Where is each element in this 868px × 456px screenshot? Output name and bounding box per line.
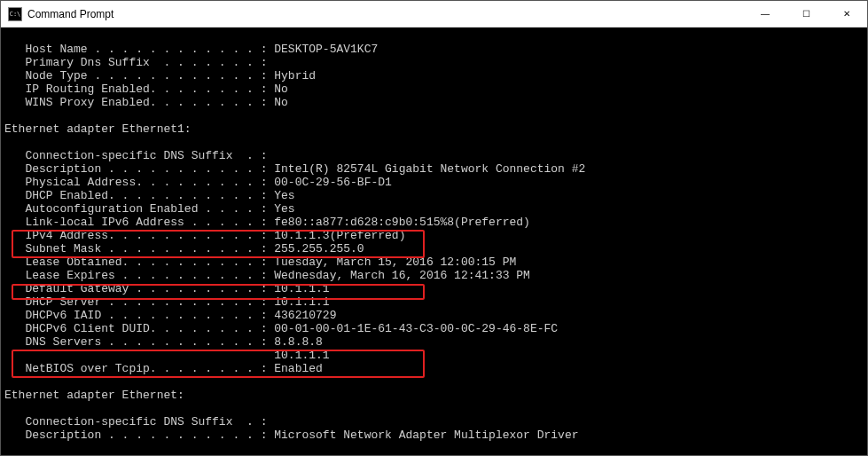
- netbios-label: NetBIOS over Tcpip. . . . . . . . :: [4, 362, 274, 375]
- autoconf-value: Yes: [274, 202, 294, 216]
- adapter2-header: Ethernet adapter Ethernet:: [4, 389, 184, 402]
- description-value: Intel(R) 82574L Gigabit Network Connecti…: [274, 162, 585, 176]
- host-name-label: Host Name . . . . . . . . . . . . :: [4, 43, 274, 56]
- command-prompt-window: C:\ Command Prompt — ☐ ✕ Host Name . . .…: [0, 0, 868, 456]
- dhcp-enabled-label: DHCP Enabled. . . . . . . . . . . :: [4, 189, 274, 202]
- dhcp-enabled-value: Yes: [274, 189, 294, 202]
- linklocal-label: Link-local IPv6 Address . . . . . :: [4, 216, 274, 229]
- wins-proxy-value: No: [274, 96, 288, 109]
- ipv4-value: 10.1.1.3(Preferred): [274, 229, 405, 242]
- dhcp-server-value: 10.1.1.1: [274, 295, 329, 309]
- wins-proxy-label: WINS Proxy Enabled. . . . . . . . :: [4, 96, 274, 109]
- gateway-value: 10.1.1.1: [274, 282, 329, 295]
- dns-server-2: 10.1.1.1: [274, 349, 329, 362]
- window-controls: — ☐ ✕: [745, 1, 867, 27]
- close-button[interactable]: ✕: [826, 1, 867, 27]
- terminal-output: Host Name . . . . . . . . . . . . : DESK…: [1, 28, 589, 455]
- ipv4-label: IPv4 Address. . . . . . . . . . . :: [4, 229, 274, 242]
- dhcpv6-iaid-value: 436210729: [274, 309, 336, 322]
- subnet-label: Subnet Mask . . . . . . . . . . . :: [4, 242, 274, 256]
- titlebar[interactable]: C:\ Command Prompt — ☐ ✕: [1, 1, 867, 28]
- adapter1-header: Ethernet adapter Ethernet1:: [4, 122, 192, 136]
- node-type-value: Hybrid: [274, 69, 316, 83]
- ip-routing-label: IP Routing Enabled. . . . . . . . :: [4, 83, 274, 96]
- physical-addr-value: 00-0C-29-56-BF-D1: [274, 176, 392, 189]
- subnet-value: 255.255.255.0: [274, 242, 364, 256]
- lease-obtained-value: Tuesday, March 15, 2016 12:00:15 PM: [274, 256, 516, 269]
- conn-suffix-label: Connection-specific DNS Suffix . :: [4, 149, 267, 162]
- host-name-value: DESKTOP-5AV1KC7: [274, 43, 378, 56]
- dns-server-1: 8.8.8.8: [274, 335, 323, 349]
- primary-dns-label: Primary Dns Suffix . . . . . . . :: [4, 56, 267, 69]
- description2-label: Description . . . . . . . . . . . :: [4, 428, 274, 442]
- physical-addr-label: Physical Address. . . . . . . . . :: [4, 176, 274, 189]
- window-title: Command Prompt: [27, 8, 745, 20]
- dhcp-server-label: DHCP Server . . . . . . . . . . . :: [4, 295, 274, 309]
- description-label: Description . . . . . . . . . . . :: [4, 162, 274, 176]
- dns-indent: [4, 349, 274, 362]
- cmd-icon: C:\: [8, 7, 22, 21]
- dhcpv6-duid-value: 00-01-00-01-1E-61-43-C3-00-0C-29-46-8E-F…: [274, 322, 558, 335]
- conn-suffix2-label: Connection-specific DNS Suffix . :: [4, 415, 267, 428]
- netbios-value: Enabled: [274, 362, 323, 375]
- node-type-label: Node Type . . . . . . . . . . . . :: [4, 69, 274, 83]
- dns-servers-label: DNS Servers . . . . . . . . . . . :: [4, 335, 274, 349]
- dhcpv6-iaid-label: DHCPv6 IAID . . . . . . . . . . . :: [4, 309, 274, 322]
- terminal-area[interactable]: Host Name . . . . . . . . . . . . : DESK…: [1, 28, 867, 455]
- maximize-button[interactable]: ☐: [786, 1, 826, 27]
- ip-routing-value: No: [274, 83, 288, 96]
- lease-obtained-label: Lease Obtained. . . . . . . . . . :: [4, 256, 274, 269]
- description2-value: Microsoft Network Adapter Multiplexor Dr…: [274, 428, 578, 442]
- dhcpv6-duid-label: DHCPv6 Client DUID. . . . . . . . :: [4, 322, 274, 335]
- linklocal-value: fe80::a877:d628:c9b0:515%8(Preferred): [274, 216, 530, 229]
- lease-expires-value: Wednesday, March 16, 2016 12:41:33 PM: [274, 269, 530, 282]
- lease-expires-label: Lease Expires . . . . . . . . . . :: [4, 269, 274, 282]
- autoconf-label: Autoconfiguration Enabled . . . . :: [4, 202, 274, 216]
- gateway-label: Default Gateway . . . . . . . . . :: [4, 282, 274, 295]
- minimize-button[interactable]: —: [745, 1, 786, 27]
